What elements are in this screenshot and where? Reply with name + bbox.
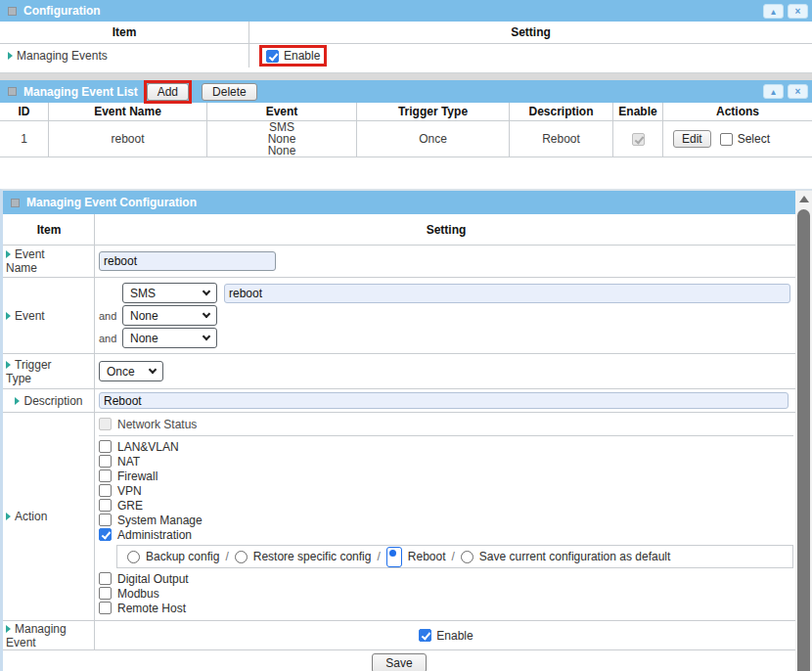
- col-id: ID: [0, 103, 49, 120]
- managing-events-enable-checkbox[interactable]: [266, 50, 279, 63]
- cell-actions: Edit Select: [663, 121, 812, 157]
- reboot-label: Reboot: [408, 550, 446, 563]
- add-button[interactable]: Add: [147, 83, 189, 101]
- managing-events-label: Managing Events: [17, 49, 108, 63]
- separator: /: [225, 550, 228, 563]
- gre-checkbox[interactable]: [99, 499, 112, 512]
- event-row: Event SMS and None: [3, 278, 795, 354]
- highlight-box-enable: Enable: [259, 45, 327, 67]
- close-icon[interactable]: ×: [788, 4, 808, 19]
- edit-button[interactable]: Edit: [673, 130, 711, 148]
- digital-output-label: Digital Output: [117, 572, 189, 586]
- lan-vlan-checkbox[interactable]: [99, 440, 112, 453]
- close-icon[interactable]: ×: [788, 84, 808, 99]
- enable-label: Enable: [436, 629, 473, 643]
- col-item: Item: [3, 214, 95, 245]
- scrollbar-thumb[interactable]: [797, 209, 810, 671]
- event-and-select-1[interactable]: None: [122, 305, 217, 326]
- save-row: Save: [3, 650, 795, 671]
- bullet-icon: [15, 397, 20, 405]
- col-item: Item: [0, 22, 249, 43]
- system-manage-label: System Manage: [117, 514, 203, 527]
- system-manage-checkbox[interactable]: [99, 514, 112, 526]
- save-default-radio[interactable]: [461, 551, 474, 563]
- trigger-type-select[interactable]: Once: [99, 361, 163, 381]
- list-table-header: ID Event Name Event Trigger Type Descrip…: [0, 103, 812, 121]
- configuration-header: Configuration ▴ ×: [0, 0, 812, 22]
- bullet-icon: [6, 250, 11, 258]
- row-enable-checkbox: [632, 133, 645, 146]
- chevron-down-icon: [203, 333, 210, 340]
- cell-event-name: reboot: [49, 121, 207, 157]
- managing-event-enable-checkbox[interactable]: [419, 629, 431, 642]
- trigger-type-value: Once: [107, 365, 135, 379]
- modbus-label: Modbus: [117, 587, 159, 601]
- vpn-checkbox[interactable]: [99, 484, 112, 497]
- remote-host-label: Remote Host: [117, 602, 186, 615]
- bullet-icon: [6, 361, 11, 369]
- administration-checkbox[interactable]: [99, 528, 112, 541]
- network-status-checkbox: [99, 418, 112, 430]
- panel-icon: [8, 87, 17, 96]
- select-label: Select: [738, 133, 770, 145]
- event-config-header: Managing Event Configuration: [3, 191, 795, 214]
- and-label: and: [99, 333, 122, 344]
- event-type-select[interactable]: SMS: [122, 283, 217, 303]
- nat-label: NAT: [117, 455, 140, 469]
- spacer: [0, 157, 812, 189]
- bullet-icon: [6, 625, 11, 633]
- cell-id: 1: [0, 121, 49, 157]
- digital-output-checkbox[interactable]: [99, 572, 112, 585]
- col-actions: Actions: [663, 103, 812, 120]
- reboot-radio[interactable]: [386, 547, 402, 567]
- chevron-down-icon: [149, 366, 157, 374]
- firewall-checkbox[interactable]: [99, 470, 112, 482]
- save-button[interactable]: Save: [372, 653, 426, 671]
- highlight-box-add: Add: [144, 80, 192, 104]
- administration-options-row: Backup config / Restore specific config …: [116, 545, 793, 568]
- event-name-input[interactable]: [99, 251, 276, 271]
- event-list-panel: Managing Event List Add Delete ▴ × ID Ev…: [0, 80, 812, 157]
- managing-events-row: Managing Events Enable: [0, 44, 812, 67]
- col-enable: Enable: [613, 103, 663, 120]
- description-input[interactable]: [99, 392, 789, 409]
- restore-config-radio[interactable]: [235, 551, 248, 563]
- restore-config-label: Restore specific config: [253, 550, 372, 563]
- event-and-1-value: None: [130, 309, 158, 323]
- scrollbar-up-icon[interactable]: [795, 191, 812, 207]
- table-row: 1 reboot SMS None None Once Reboot Edit …: [0, 121, 812, 157]
- bullet-icon: [8, 52, 13, 60]
- col-event-name: Event Name: [49, 103, 207, 120]
- nat-checkbox[interactable]: [99, 455, 112, 468]
- bullet-icon: [6, 312, 11, 320]
- col-setting: Setting: [95, 214, 795, 245]
- description-row: Description: [3, 389, 795, 413]
- collapse-icon[interactable]: ▴: [763, 84, 784, 99]
- page: Configuration ▴ × Item Setting Managing …: [0, 0, 812, 671]
- separator: /: [377, 550, 380, 563]
- event-and-2-value: None: [130, 332, 158, 345]
- event-name-label-line2: Name: [6, 261, 92, 275]
- lan-vlan-label: LAN&VLAN: [117, 440, 179, 454]
- col-setting: Setting: [249, 22, 812, 43]
- event-and-select-2[interactable]: None: [122, 328, 217, 348]
- network-status-label: Network Status: [117, 418, 197, 431]
- scrollbar[interactable]: [795, 191, 812, 671]
- modbus-checkbox[interactable]: [99, 587, 112, 600]
- panel-title: Configuration: [23, 4, 101, 18]
- col-event: Event: [207, 103, 357, 120]
- collapse-icon[interactable]: ▴: [763, 4, 784, 19]
- cell-enable: [613, 121, 663, 157]
- remote-host-checkbox[interactable]: [99, 602, 112, 614]
- event-value-input[interactable]: [224, 284, 790, 303]
- description-label: Description: [23, 394, 82, 408]
- trigger-label: Trigger: [15, 358, 52, 372]
- separator: /: [452, 550, 455, 563]
- event-type-value: SMS: [130, 287, 156, 300]
- managing-event-label: Managing: [15, 622, 67, 636]
- cell-event: SMS None None: [207, 121, 357, 157]
- delete-button[interactable]: Delete: [202, 83, 257, 101]
- backup-config-radio[interactable]: [127, 551, 140, 563]
- col-description: Description: [510, 103, 613, 120]
- row-select-checkbox[interactable]: [720, 133, 733, 146]
